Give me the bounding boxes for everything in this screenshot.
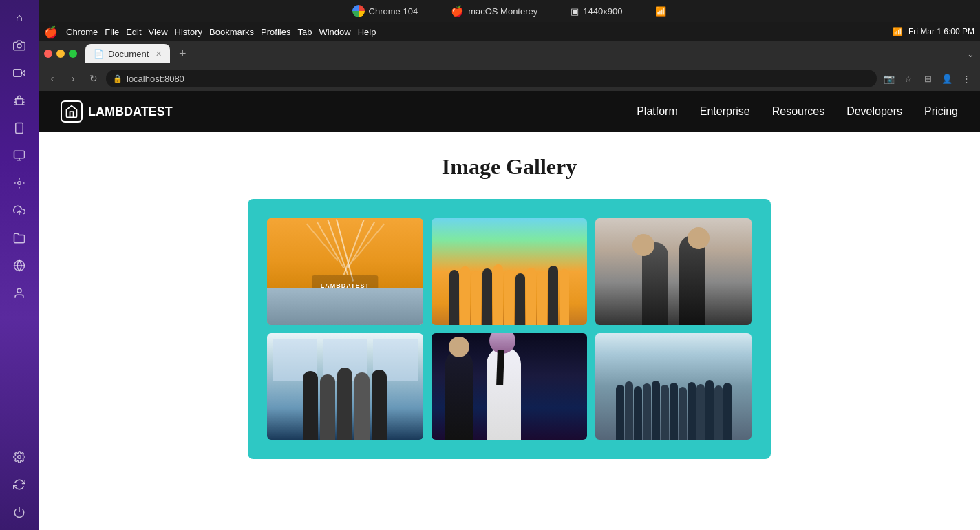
screenshot-button[interactable]: 📷 [881, 70, 897, 87]
svg-rect-2 [14, 70, 21, 77]
tab-label: Document [108, 49, 149, 59]
url-text: localhost:8080 [127, 74, 184, 84]
datetime-label: Fri Mar 1 6:00 PM [908, 27, 974, 36]
wifi-icon: 📶 [893, 27, 903, 36]
nav-enterprise[interactable]: Enterprise [700, 105, 750, 118]
logo-text: LAMBDATEST [88, 105, 173, 119]
macos-indicator: 🍎 macOS Monterey [451, 5, 537, 17]
resolution-indicator: ▣ 1440x900 [571, 6, 622, 17]
svg-point-16 [17, 288, 21, 293]
mac-menu-items: Chrome File Edit View History Bookmarks … [66, 27, 376, 37]
camera-icon[interactable] [8, 34, 30, 56]
nav-platform[interactable]: Platform [637, 105, 678, 118]
svg-rect-5 [14, 151, 25, 158]
nav-pricing[interactable]: Pricing [924, 105, 958, 118]
bookmark-button[interactable]: ☆ [900, 70, 917, 87]
minimize-button[interactable] [56, 50, 65, 58]
menu-tab[interactable]: Tab [297, 27, 312, 37]
gallery-image-5[interactable] [432, 333, 588, 440]
menu-history[interactable]: History [175, 27, 202, 37]
chrome-version-label: Chrome 104 [369, 6, 418, 17]
address-bar: ‹ › ↻ 🔒 localhost:8080 📷 ☆ ⊞ 👤 ⋮ [39, 66, 980, 91]
device-icon[interactable] [8, 117, 30, 139]
menu-chrome[interactable]: Chrome [66, 27, 98, 37]
gallery-image-1[interactable]: LAMBDATEST [267, 218, 423, 325]
new-tab-button[interactable]: + [173, 44, 192, 63]
gallery-image-2[interactable] [432, 218, 588, 325]
browser-chrome: 📄 Document ✕ + ⌄ ‹ › ↻ 🔒 localhost:8080 … [39, 41, 980, 91]
gallery-container: LAMBDATEST [248, 199, 771, 459]
menu-view[interactable]: View [149, 27, 168, 37]
gallery-grid: LAMBDATEST [267, 218, 752, 440]
monitor-icon[interactable] [8, 145, 30, 167]
globe-icon[interactable] [8, 255, 30, 277]
forward-button[interactable]: › [65, 70, 81, 87]
menu-profiles[interactable]: Profiles [261, 27, 290, 37]
gallery-image-3[interactable] [595, 218, 752, 325]
tab-close-button[interactable]: ✕ [156, 50, 162, 59]
svg-point-0 [17, 44, 21, 48]
macos-label: macOS Monterey [468, 6, 537, 17]
video-icon[interactable] [8, 62, 30, 84]
address-bar-actions: 📷 ☆ ⊞ 👤 ⋮ [881, 70, 974, 87]
menu-bookmarks[interactable]: Bookmarks [209, 27, 254, 37]
person-icon[interactable] [8, 282, 30, 304]
menu-help[interactable]: Help [358, 27, 376, 37]
back-button[interactable]: ‹ [44, 70, 61, 87]
svg-point-17 [18, 456, 21, 459]
menu-file[interactable]: File [105, 27, 119, 37]
chrome-version-indicator: Chrome 104 [352, 5, 418, 17]
power-icon[interactable] [8, 501, 30, 523]
reload-button[interactable]: ↻ [85, 70, 102, 87]
network-indicator: 📶 [655, 6, 666, 17]
profile-button[interactable]: 👤 [939, 70, 955, 87]
url-bar[interactable]: 🔒 localhost:8080 [106, 70, 877, 87]
resolution-label: 1440x900 [583, 6, 622, 17]
svg-marker-1 [21, 70, 25, 76]
gallery-image-4[interactable] [267, 333, 423, 440]
split-view-button[interactable]: ⊞ [919, 70, 936, 87]
browser-tab-document[interactable]: 📄 Document ✕ [85, 44, 170, 63]
tabs-menu-button[interactable]: ⌄ [967, 49, 974, 59]
website-content: LAMBDATEST Platform Enterprise Resources… [39, 91, 980, 530]
close-button[interactable] [44, 50, 52, 58]
tab-bar: 📄 Document ✕ + ⌄ [39, 41, 980, 66]
mac-menubar: 🍎 Chrome File Edit View History Bookmark… [39, 22, 980, 41]
security-icon: 🔒 [113, 74, 122, 83]
gallery-image-6[interactable] [595, 333, 752, 440]
mac-top-bar: Chrome 104 🍎 macOS Monterey ▣ 1440x900 📶 [39, 0, 980, 22]
folder-icon[interactable] [8, 227, 30, 249]
menu-window[interactable]: Window [319, 27, 350, 37]
browser-area: Chrome 104 🍎 macOS Monterey ▣ 1440x900 📶… [39, 0, 980, 530]
tab-favicon: 📄 [94, 49, 104, 59]
more-button[interactable]: ⋮ [958, 70, 974, 87]
home-icon[interactable]: ⌂ [8, 7, 30, 29]
logo-icon [61, 100, 83, 123]
svg-point-8 [18, 182, 21, 185]
mac-status-right: 📶 Fri Mar 1 6:00 PM [893, 27, 974, 36]
left-sidebar: ⌂ [0, 0, 39, 530]
sync-icon[interactable] [8, 474, 30, 496]
nav-resources[interactable]: Resources [772, 105, 824, 118]
window-controls [44, 50, 77, 58]
site-nav: LAMBDATEST Platform Enterprise Resources… [39, 91, 980, 132]
tools-icon[interactable] [8, 172, 30, 194]
bug-icon[interactable] [8, 89, 30, 112]
gallery-page: Image Gallery [39, 132, 980, 481]
upload-icon[interactable] [8, 200, 30, 222]
nav-developers[interactable]: Developers [846, 105, 902, 118]
gallery-title: Image Gallery [61, 154, 958, 180]
site-logo: LAMBDATEST [61, 100, 173, 123]
apple-logo: 🍎 [44, 25, 58, 39]
settings-icon[interactable] [8, 446, 30, 468]
maximize-button[interactable] [69, 50, 77, 58]
menu-edit[interactable]: Edit [126, 27, 141, 37]
site-nav-links: Platform Enterprise Resources Developers… [637, 105, 958, 118]
